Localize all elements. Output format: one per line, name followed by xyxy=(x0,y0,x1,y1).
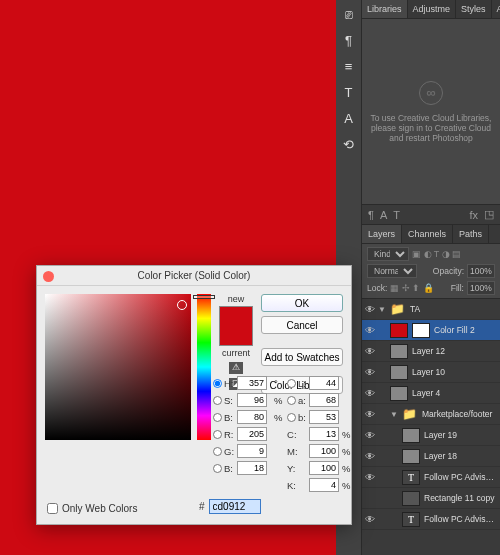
visibility-icon[interactable]: 👁 xyxy=(362,304,378,315)
layer-row[interactable]: Rectangle 11 copy xyxy=(362,488,500,509)
layer-thumb xyxy=(402,449,420,464)
tool-icon[interactable]: A xyxy=(341,110,357,126)
layer-row[interactable]: 👁▼📁Marketplace/footer xyxy=(362,404,500,425)
layer-row[interactable]: 👁TFollow PC Advisor on Twitt… xyxy=(362,509,500,530)
tab-libraries[interactable]: Libraries xyxy=(362,0,408,18)
r-input[interactable] xyxy=(237,427,267,441)
only-web-colors-checkbox[interactable] xyxy=(47,503,58,514)
visibility-icon[interactable]: 👁 xyxy=(362,325,378,336)
s-input[interactable] xyxy=(237,393,267,407)
layer-row[interactable]: 👁Layer 19 xyxy=(362,425,500,446)
k-input[interactable] xyxy=(309,478,339,492)
panel-icon-row: ¶ A T fx ◳ xyxy=(362,205,500,225)
gamut-warning-icon[interactable]: ⚠ xyxy=(229,362,243,374)
cc-icon: ∞ xyxy=(419,81,443,105)
s-radio[interactable]: S: xyxy=(213,395,234,406)
add-swatches-button[interactable]: Add to Swatches xyxy=(261,348,343,366)
visibility-icon[interactable]: 👁 xyxy=(362,367,378,378)
layer-name: Follow PC Advisor on Face… xyxy=(424,472,497,482)
minipanel-icon[interactable]: fx xyxy=(469,209,478,221)
bv-input[interactable] xyxy=(237,410,267,424)
layer-thumb: T xyxy=(402,512,420,527)
m-label: M: xyxy=(287,446,306,457)
current-color xyxy=(220,326,252,345)
b-input[interactable] xyxy=(309,410,339,424)
filter-icons[interactable]: ▣ ◐ T ◑ ▤ xyxy=(412,249,461,259)
tab-adjustments[interactable]: Adjustme xyxy=(408,0,457,18)
l-input[interactable] xyxy=(309,376,339,390)
layer-name: Layer 4 xyxy=(412,388,497,398)
layer-row[interactable]: 👁Layer 18 xyxy=(362,446,500,467)
disclosure-icon[interactable]: ▼ xyxy=(378,305,388,314)
lock-icons[interactable]: ▦ ✢ ⬆ 🔒 xyxy=(390,283,434,293)
tool-icon[interactable]: ⟲ xyxy=(341,136,357,152)
layer-row[interactable]: 👁Layer 10 xyxy=(362,362,500,383)
bv-radio[interactable]: B: xyxy=(213,412,234,423)
ok-button[interactable]: OK xyxy=(261,294,343,312)
layer-row[interactable]: 👁Layer 12 xyxy=(362,341,500,362)
layer-thumb: T xyxy=(402,470,420,485)
color-marker[interactable] xyxy=(177,300,187,310)
new-color xyxy=(220,307,252,326)
a-radio[interactable]: a: xyxy=(287,395,306,406)
h-input[interactable] xyxy=(237,376,267,390)
tool-icon[interactable]: ⎚ xyxy=(341,6,357,22)
tool-icon[interactable]: ¶ xyxy=(341,32,357,48)
hex-input[interactable] xyxy=(209,499,261,514)
layer-name: Follow PC Advisor on Twitt… xyxy=(424,514,497,524)
y-input[interactable] xyxy=(309,461,339,475)
tab-layers[interactable]: Layers xyxy=(362,225,402,243)
tab-styles[interactable]: Styles xyxy=(456,0,492,18)
fill-input[interactable] xyxy=(467,281,495,295)
visibility-icon[interactable]: 👁 xyxy=(362,451,378,462)
tab-channels[interactable]: Channels xyxy=(402,225,453,243)
color-values-grid: H:° L: S:% a: B:% b: R: C:% G: M:% B: Y:… xyxy=(213,376,349,492)
minipanel-icon[interactable]: T xyxy=(393,209,400,221)
visibility-icon[interactable]: 👁 xyxy=(362,472,378,483)
blend-mode-select[interactable]: Normal xyxy=(367,264,417,278)
layers-list[interactable]: 👁▼📁TA👁Color Fill 2👁Layer 12👁Layer 10👁Lay… xyxy=(362,299,500,555)
tab-paths[interactable]: Paths xyxy=(453,225,489,243)
color-field[interactable] xyxy=(45,294,191,440)
minipanel-icon[interactable]: ¶ xyxy=(368,209,374,221)
a-input[interactable] xyxy=(309,393,339,407)
hue-handle[interactable] xyxy=(193,295,215,299)
layer-name: Layer 18 xyxy=(424,451,497,461)
layer-controls: Kind ▣ ◐ T ◑ ▤ Normal Opacity: Lock: ▦ ✢… xyxy=(362,244,500,299)
lock-label: Lock: xyxy=(367,283,387,293)
h-radio[interactable]: H: xyxy=(213,378,234,389)
g-input[interactable] xyxy=(237,444,267,458)
r-label[interactable]: R: xyxy=(213,429,234,440)
layer-row[interactable]: 👁TFollow PC Advisor on Face… xyxy=(362,467,500,488)
c-input[interactable] xyxy=(309,427,339,441)
l-radio[interactable]: L: xyxy=(287,378,306,389)
bb-radio[interactable]: b: xyxy=(287,412,306,423)
layer-name: Color Fill 2 xyxy=(434,325,497,335)
close-icon[interactable] xyxy=(43,271,54,282)
minipanel-icon[interactable]: A xyxy=(380,209,387,221)
visibility-icon[interactable]: 👁 xyxy=(362,430,378,441)
bb-label[interactable]: B: xyxy=(213,463,234,474)
bb-input[interactable] xyxy=(237,461,267,475)
layer-row[interactable]: 👁▼📁TA xyxy=(362,299,500,320)
layer-row[interactable]: 👁Layer 4 xyxy=(362,383,500,404)
layer-panel-tabs: Layers Channels Paths xyxy=(362,225,500,244)
layer-kind-select[interactable]: Kind xyxy=(367,247,409,261)
m-input[interactable] xyxy=(309,444,339,458)
hue-slider[interactable] xyxy=(197,294,211,440)
opacity-input[interactable] xyxy=(467,264,495,278)
visibility-icon[interactable]: 👁 xyxy=(362,346,378,357)
opacity-label: Opacity: xyxy=(433,266,464,276)
tab-actions[interactable]: Actions xyxy=(492,0,500,18)
visibility-icon[interactable]: 👁 xyxy=(362,388,378,399)
disclosure-icon[interactable]: ▼ xyxy=(390,410,400,419)
g-label[interactable]: G: xyxy=(213,446,234,457)
visibility-icon[interactable]: 👁 xyxy=(362,514,378,525)
tool-icon[interactable]: ≡ xyxy=(341,58,357,74)
cancel-button[interactable]: Cancel xyxy=(261,316,343,334)
minipanel-icon[interactable]: ◳ xyxy=(484,208,494,221)
tool-icon[interactable]: T xyxy=(341,84,357,100)
layer-thumb: 📁 xyxy=(388,302,406,317)
visibility-icon[interactable]: 👁 xyxy=(362,409,378,420)
layer-row[interactable]: 👁Color Fill 2 xyxy=(362,320,500,341)
